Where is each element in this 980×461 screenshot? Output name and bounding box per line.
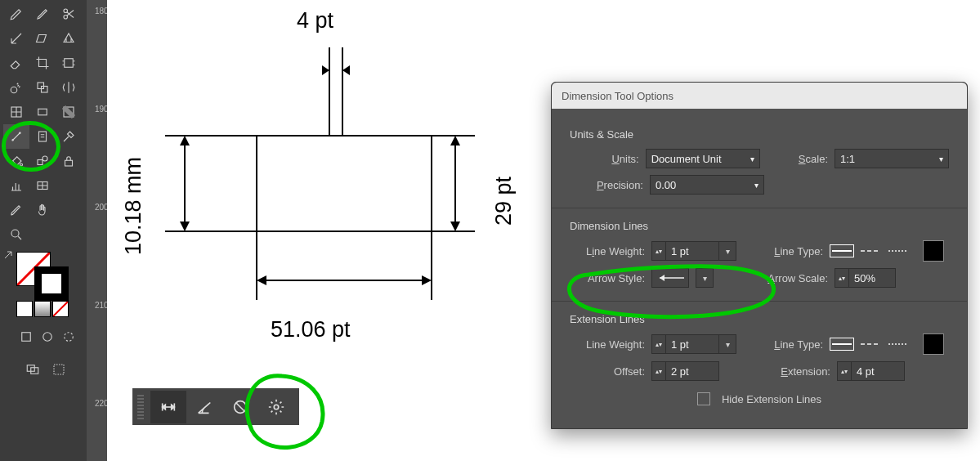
tool-brush[interactable] — [3, 198, 29, 222]
tool-table[interactable] — [29, 173, 56, 198]
tool-grid[interactable] — [3, 100, 29, 124]
mini-swatch-none[interactable] — [52, 301, 69, 317]
scale-label: Scale: — [792, 153, 828, 165]
tool-eyedropper[interactable] — [56, 124, 82, 149]
drawmode-inside[interactable] — [59, 327, 78, 347]
hide-ext-checkbox[interactable] — [697, 392, 710, 405]
linear-dimension-button[interactable] — [150, 391, 186, 423]
group-extension-lines: Extension Lines — [570, 313, 949, 325]
svg-point-3 — [11, 87, 17, 93]
stepper-arrows-icon[interactable]: ▴▾ — [835, 268, 849, 288]
stepper-arrows-icon[interactable]: ▴▾ — [837, 361, 852, 381]
svg-rect-2 — [65, 59, 74, 68]
color-swatch[interactable] — [16, 252, 69, 296]
extension-value[interactable]: 4 pt — [852, 361, 905, 381]
stepper-arrows-icon[interactable]: ▴▾ — [651, 361, 666, 381]
tool-pencil[interactable] — [29, 2, 56, 26]
dim-label-right: 29 pt — [493, 177, 515, 226]
units-dropdown[interactable]: Document Unit▾ — [646, 149, 760, 168]
ext-line-weight-stepper[interactable]: ▴▾ 1 pt ▾ — [651, 334, 736, 354]
tool-transform[interactable] — [56, 51, 82, 75]
tool-shapes[interactable] — [29, 149, 56, 173]
tool-blank1 — [56, 173, 82, 198]
linetype-dashed[interactable] — [859, 245, 882, 257]
arrow-style-dropdown[interactable]: ▾ — [696, 268, 714, 288]
svg-rect-18 — [22, 333, 31, 342]
drawmode-behind[interactable] — [38, 327, 57, 347]
tool-crop[interactable] — [29, 51, 56, 75]
dialog-title: Dimension Tool Options — [562, 90, 673, 102]
arrow-style-preview[interactable] — [651, 268, 689, 288]
stroke-swatch[interactable] — [34, 266, 69, 301]
tool-bar-chart[interactable] — [3, 173, 29, 198]
dialog-titlebar[interactable]: Dimension Tool Options — [552, 83, 967, 109]
tool-rect[interactable] — [29, 100, 56, 124]
tool-hand[interactable] — [29, 198, 56, 222]
scale-value: 1:1 — [840, 153, 855, 165]
svg-rect-11 — [38, 160, 43, 165]
arrange[interactable] — [47, 360, 70, 379]
draw-mode-row — [16, 327, 87, 347]
units-value: Document Unit — [651, 153, 722, 165]
tool-pen[interactable] — [3, 2, 29, 26]
mini-swatch-white[interactable] — [16, 301, 33, 317]
linetype-dashed[interactable] — [859, 338, 882, 350]
ext-line-weight-value[interactable]: 1 pt — [666, 334, 719, 354]
linetype-solid[interactable] — [830, 338, 854, 351]
group-dimension-lines: Dimension Lines — [570, 220, 949, 232]
tool-gradient[interactable] — [56, 100, 82, 124]
precision-value: 0.00 — [656, 179, 676, 191]
linetype-dotted[interactable] — [887, 338, 910, 350]
mini-swatch-gradient[interactable] — [34, 301, 51, 317]
tool-lock[interactable] — [56, 149, 82, 173]
tool-doc[interactable] — [29, 124, 56, 149]
angle-dimension-button[interactable] — [186, 391, 222, 423]
tool-skew[interactable] — [29, 26, 56, 51]
extension-stepper[interactable]: ▴▾ 4 pt — [837, 361, 905, 381]
offset-stepper[interactable]: ▴▾ 2 pt — [651, 361, 719, 381]
ext-line-color-swatch[interactable] — [923, 333, 944, 355]
svg-point-15 — [11, 230, 19, 237]
group-units-scale: Units & Scale — [570, 128, 949, 141]
screen-mode[interactable] — [21, 360, 44, 379]
strip-grip[interactable] — [137, 395, 144, 419]
svg-line-17 — [53, 302, 68, 316]
svg-rect-5 — [42, 87, 48, 93]
line-weight-value[interactable]: 1 pt — [666, 241, 719, 261]
chevron-down-icon[interactable]: ▾ — [719, 241, 736, 261]
tool-arrow-left[interactable] — [3, 26, 29, 51]
offset-value[interactable]: 2 pt — [666, 361, 719, 381]
dimension-substrip[interactable] — [132, 388, 299, 425]
scale-dropdown[interactable]: 1:1▾ — [835, 149, 949, 168]
screen-mode-row — [21, 360, 87, 379]
tool-eraser[interactable] — [3, 51, 29, 75]
arrow-scale-stepper[interactable]: ▴▾ 50% — [835, 268, 896, 288]
arrow-scale-value[interactable]: 50% — [849, 268, 896, 288]
stepper-arrows-icon[interactable]: ▴▾ — [651, 241, 666, 261]
tool-dimension[interactable] — [3, 124, 29, 149]
line-weight-stepper[interactable]: ▴▾ 1 pt ▾ — [651, 241, 736, 261]
line-color-swatch[interactable] — [923, 240, 944, 262]
drawmode-normal[interactable] — [16, 327, 36, 347]
tool-scissors[interactable] — [56, 2, 82, 26]
linetype-dotted[interactable] — [887, 245, 910, 257]
chevron-down-icon[interactable]: ▾ — [719, 334, 736, 354]
linetype-solid[interactable] — [830, 244, 854, 257]
hide-ext-label[interactable]: Hide Extension Lines — [722, 393, 821, 405]
tool-clone[interactable] — [29, 75, 56, 100]
extension-label: Extension: — [768, 365, 830, 378]
line-weight-label: Line Weight: — [570, 245, 645, 257]
label-dimension-button[interactable] — [222, 391, 258, 423]
svg-rect-7 — [38, 109, 47, 115]
tool-perspective[interactable] — [56, 26, 82, 51]
toolbox-panel — [0, 0, 87, 461]
dimension-options-dialog: Dimension Tool Options Units & Scale Uni… — [551, 82, 968, 429]
stepper-arrows-icon[interactable]: ▴▾ — [651, 334, 666, 354]
tool-mirror[interactable] — [56, 75, 82, 100]
precision-dropdown[interactable]: 0.00▾ — [650, 175, 764, 195]
tool-spray[interactable] — [3, 75, 29, 100]
settings-button[interactable] — [258, 391, 294, 423]
swap-arrows-icon[interactable] — [3, 250, 15, 262]
tool-bucket[interactable] — [3, 149, 29, 173]
tool-zoom[interactable] — [3, 222, 29, 247]
